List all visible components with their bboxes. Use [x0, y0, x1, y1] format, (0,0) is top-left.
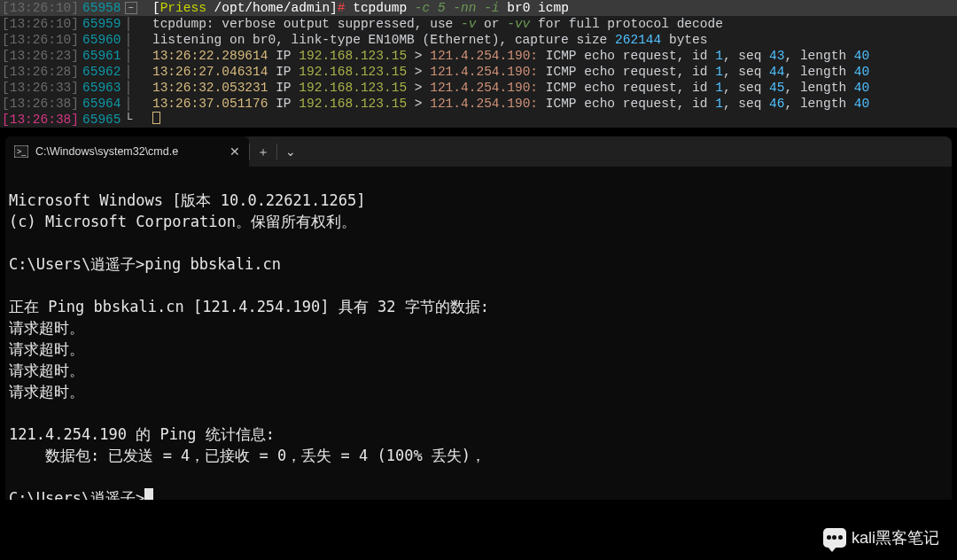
prompt-hash: # [338, 0, 353, 16]
fold-icon[interactable]: − [125, 2, 137, 14]
svg-text:>_: >_ [17, 147, 27, 156]
terminal-output[interactable]: Microsoft Windows [版本 10.0.22621.1265] (… [5, 167, 952, 500]
terminal-line: [13:26:23] 65961 │ 13:26:22.289614 IP 19… [0, 48, 957, 64]
close-icon[interactable]: ✕ [230, 144, 240, 159]
line-number: 65958 [79, 0, 125, 16]
titlebar[interactable]: >_ C:\Windows\system32\cmd.e ✕ ＋ ⌄ [5, 136, 952, 167]
output-line: 请求超时。 [9, 340, 84, 358]
terminal-line: [13:26:33] 65963 │ 13:26:32.053231 IP 19… [0, 80, 957, 96]
tab-dropdown-button[interactable]: ⌄ [277, 144, 304, 159]
output-line: Microsoft Windows [版本 10.0.22621.1265] [9, 191, 365, 209]
cmd-icon: >_ [14, 144, 28, 159]
tab-cmd[interactable]: >_ C:\Windows\system32\cmd.e ✕ [5, 136, 249, 167]
terminal-line: [13:26:10] 65959 │ tcpdump: verbose outp… [0, 16, 957, 32]
terminal-line: [13:26:38] 65964 │ 13:26:37.051176 IP 19… [0, 96, 957, 112]
terminal-line: [13:26:10] 65960 │ listening on br0, lin… [0, 32, 957, 48]
terminal-line: [13:26:10] 65958 − [Priess /opt/home/adm… [0, 0, 957, 16]
fold-pipe: │ [125, 16, 137, 32]
command: ping bbskali.cn [144, 255, 281, 273]
output-line: 请求超时。 [9, 319, 84, 337]
cursor-icon [144, 488, 153, 500]
new-tab-button[interactable]: ＋ [250, 144, 276, 159]
cmd-flags: -c 5 -nn -i [415, 0, 500, 16]
prompt-bracket: [ [152, 0, 160, 16]
timestamp: [13:26:10] [2, 0, 79, 16]
windows-terminal-window: >_ C:\Windows\system32\cmd.e ✕ ＋ ⌄ Micro… [5, 136, 952, 500]
tcpdump-terminal: [13:26:10] 65958 − [Priess /opt/home/adm… [0, 0, 957, 128]
command: tcpdump [353, 0, 415, 16]
terminal-line: [13:26:38] 65965 └ [0, 112, 957, 128]
prompt-host: Priess [160, 0, 206, 16]
cursor-icon [152, 112, 160, 124]
output-line: 请求超时。 [9, 362, 84, 379]
wechat-icon [823, 528, 846, 548]
tab-title: C:\Windows\system32\cmd.e [35, 144, 178, 159]
watermark: kali黑客笔记 [823, 528, 939, 548]
prompt: C:\Users\逍遥子> [9, 489, 144, 500]
output-line: (c) Microsoft Corporation。保留所有权利。 [9, 213, 356, 230]
output-line: 121.4.254.190 的 Ping 统计信息: [9, 425, 275, 443]
terminal-line: [13:26:28] 65962 │ 13:26:27.046314 IP 19… [0, 64, 957, 80]
watermark-text: kali黑客笔记 [852, 530, 939, 546]
prompt: C:\Users\逍遥子> [9, 255, 144, 273]
output-line: 请求超时。 [9, 383, 84, 401]
output-line: 正在 Ping bbskali.cn [121.4.254.190] 具有 32… [9, 298, 489, 315]
output-line: 数据包: 已发送 = 4，已接收 = 0，丢失 = 4 (100% 丢失)， [9, 447, 486, 464]
prompt-path: /opt/home/admin [206, 0, 330, 16]
